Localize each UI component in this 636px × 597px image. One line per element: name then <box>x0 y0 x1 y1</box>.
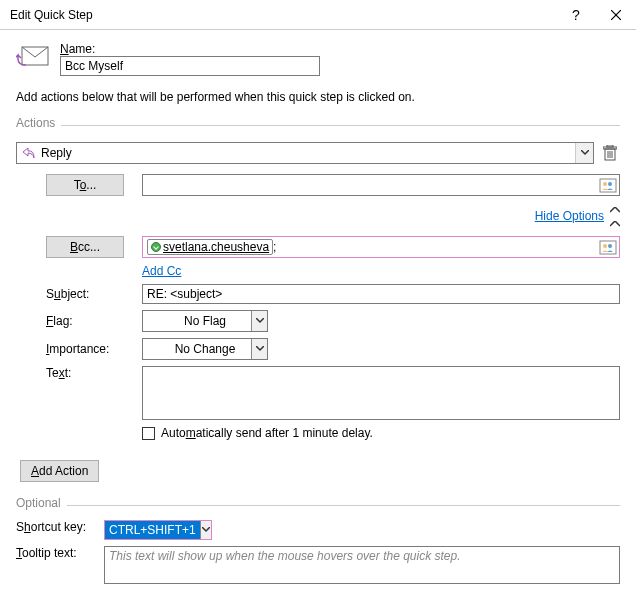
text-label: Text: <box>46 366 132 380</box>
reply-envelope-icon <box>16 45 52 73</box>
autosend-label: Automatically send after 1 minute delay. <box>161 426 373 440</box>
bcc-button[interactable]: Bcc... <box>46 236 124 258</box>
subject-label: Subject: <box>46 287 132 301</box>
delete-action-button[interactable] <box>600 143 620 163</box>
actions-label: Actions <box>16 116 55 130</box>
optional-label: Optional <box>16 496 61 510</box>
bcc-recipient-chip[interactable]: svetlana.cheusheva <box>147 239 273 255</box>
add-cc-link[interactable]: Add Cc <box>142 264 620 278</box>
address-book-icon <box>599 238 617 256</box>
chevron-up-icon <box>610 202 620 230</box>
action-select[interactable]: Reply <box>16 142 594 164</box>
address-book-icon <box>599 176 617 194</box>
close-icon <box>611 10 621 20</box>
window-title: Edit Quick Step <box>10 8 556 22</box>
divider <box>67 505 620 506</box>
name-label: Name: <box>60 42 620 56</box>
flag-select[interactable]: No Flag <box>142 310 268 332</box>
svg-point-11 <box>608 182 612 186</box>
svg-point-13 <box>603 244 607 248</box>
close-button[interactable] <box>596 0 636 30</box>
svg-rect-12 <box>600 241 616 254</box>
to-button[interactable]: To... <box>46 174 124 196</box>
to-field[interactable] <box>142 174 620 196</box>
shortcut-select[interactable]: CTRL+SHIFT+1 <box>104 520 212 540</box>
text-textarea[interactable] <box>142 366 620 420</box>
svg-point-14 <box>608 244 612 248</box>
titlebar: Edit Quick Step ? <box>0 0 636 30</box>
reply-arrow-icon <box>21 146 37 160</box>
subject-input[interactable] <box>142 284 620 304</box>
importance-select[interactable]: No Change <box>142 338 268 360</box>
chevron-down-icon <box>575 143 593 163</box>
importance-label: Importance: <box>46 342 132 356</box>
tooltip-textarea[interactable]: This text will show up when the mouse ho… <box>104 546 620 584</box>
divider <box>61 125 620 126</box>
svg-rect-9 <box>600 179 616 192</box>
bcc-field[interactable]: svetlana.cheusheva ; <box>142 236 620 258</box>
tooltip-label: Tooltip text: <box>16 546 94 560</box>
autosend-checkbox[interactable] <box>142 427 155 440</box>
chevron-down-icon <box>200 521 211 539</box>
svg-point-10 <box>603 182 607 186</box>
presence-available-icon <box>151 242 161 252</box>
chevron-down-icon <box>251 339 267 359</box>
chevron-down-icon <box>251 311 267 331</box>
add-action-button[interactable]: Add Action <box>20 460 99 482</box>
svg-rect-5 <box>607 145 613 147</box>
instructions-text: Add actions below that will be performed… <box>16 90 620 104</box>
name-input[interactable] <box>60 56 320 76</box>
flag-label: Flag: <box>46 314 132 328</box>
trash-icon <box>603 145 617 161</box>
hide-options-link[interactable]: Hide Options <box>535 209 604 223</box>
help-button[interactable]: ? <box>556 0 596 30</box>
shortcut-label: Shortcut key: <box>16 520 94 534</box>
